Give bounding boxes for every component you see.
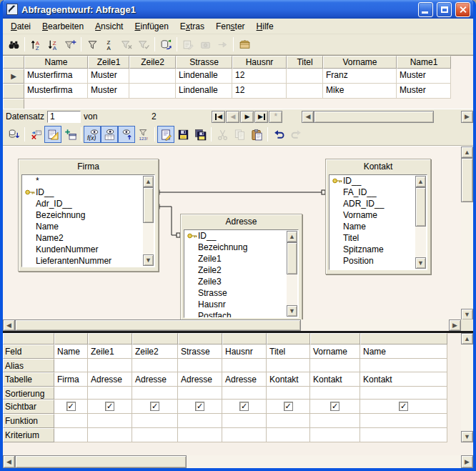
qbe-cell[interactable] [360, 414, 447, 428]
diagram-vertical-scrollbar[interactable]: ▲▼ [461, 147, 473, 319]
qbe-cell[interactable] [222, 414, 267, 428]
datasheet-cell[interactable]: Lindenalle [176, 69, 232, 84]
scroll-left-button[interactable]: ◀ [3, 319, 15, 331]
field-item[interactable]: Bezeichnung [22, 209, 154, 221]
redo-button[interactable] [287, 126, 304, 143]
row-selector[interactable] [3, 99, 24, 109]
sort-dialog-button[interactable] [101, 36, 118, 53]
visible-checkbox[interactable]: ✓ [195, 402, 204, 411]
field-item[interactable]: KundenNummer [22, 244, 154, 255]
menu-item-datei[interactable]: Datei [5, 20, 36, 33]
save-all-button[interactable] [192, 126, 209, 143]
qbe-cell[interactable]: Adresse [132, 372, 178, 387]
qbe-cell[interactable] [222, 428, 267, 442]
qbe-cell[interactable] [267, 387, 310, 400]
scroll-right-button[interactable]: ▶ [461, 455, 473, 468]
distinct-values-button[interactable] [135, 126, 152, 143]
qbe-cell[interactable] [178, 387, 222, 400]
column-header[interactable]: Titel [287, 56, 323, 69]
qbe-cell[interactable]: Zeile1 [88, 344, 132, 359]
scroll-up-button[interactable]: ▲ [143, 176, 154, 187]
column-header[interactable]: Zeile2 [129, 56, 176, 69]
visible-checkbox[interactable]: ✓ [105, 402, 114, 411]
qbe-cell[interactable]: Vorname [310, 344, 360, 359]
qbe-cell[interactable] [310, 428, 360, 442]
visible-checkbox[interactable]: ✓ [66, 402, 76, 411]
first-record-button[interactable]: ◀ [212, 111, 225, 123]
table-scrollbar[interactable]: ▲▼ [415, 176, 426, 269]
datasheet-cell[interactable]: Lindenalle [176, 84, 232, 99]
functions-button[interactable] [84, 126, 101, 143]
datasheet-cell[interactable] [287, 69, 323, 84]
scrollbar-track[interactable] [461, 344, 473, 431]
qbe-cell[interactable]: Adresse [88, 372, 132, 387]
scrollbar-track[interactable] [143, 223, 154, 254]
cut-button[interactable] [214, 126, 231, 143]
qbe-cell[interactable] [310, 359, 360, 372]
qbe-cell[interactable] [178, 428, 222, 442]
sort-ascending-button[interactable] [27, 36, 44, 53]
qbe-cell[interactable]: Zeile2 [132, 344, 178, 359]
datasheet-cell[interactable]: Musterfirma [24, 84, 88, 99]
field-item[interactable]: Adr_ID__ [22, 198, 154, 209]
qbe-cell[interactable]: ✓ [54, 400, 88, 414]
qbe-cell[interactable]: ✓ [132, 400, 178, 414]
apply-filter-button[interactable] [135, 36, 152, 53]
qbe-cell[interactable] [54, 428, 88, 442]
add-table-button[interactable] [61, 126, 79, 143]
qbe-vertical-scrollbar[interactable]: ▲▼ [461, 333, 473, 442]
row-selector[interactable] [3, 84, 24, 99]
field-item[interactable]: Bezeichnung [184, 242, 298, 253]
visible-checkbox[interactable]: ✓ [284, 402, 293, 411]
field-item[interactable]: * [22, 175, 154, 187]
qbe-cell[interactable] [178, 359, 222, 372]
qbe-cell[interactable] [178, 414, 222, 428]
row-selector[interactable]: ▶ [3, 69, 24, 84]
qbe-cell[interactable] [310, 387, 360, 400]
new-record-button[interactable]: * [269, 111, 282, 123]
qbe-cell[interactable]: Name [54, 344, 88, 359]
minimize-button[interactable] [418, 2, 433, 17]
qbe-cell[interactable] [54, 414, 88, 428]
scroll-up-button[interactable]: ▲ [461, 147, 473, 158]
datasheet-cell[interactable] [129, 69, 176, 84]
scroll-down-button[interactable]: ▼ [461, 431, 473, 442]
table-title[interactable]: Adresse [184, 214, 299, 229]
field-item[interactable]: ID__ [184, 230, 298, 242]
scroll-up-button[interactable]: ▲ [287, 231, 297, 242]
scrollbar-track[interactable] [287, 274, 297, 305]
qbe-column-header[interactable] [132, 333, 178, 344]
column-header[interactable]: Zeile1 [88, 56, 129, 69]
qbe-cell[interactable] [360, 428, 447, 442]
qbe-cell[interactable] [222, 387, 267, 400]
diagram-horizontal-scrollbar[interactable]: ◀▶ [3, 319, 473, 331]
qbe-column-header[interactable] [310, 333, 360, 344]
field-item[interactable]: Zeile1 [184, 253, 298, 264]
column-header[interactable]: Vorname [323, 56, 397, 69]
qbe-cell[interactable]: Kontakt [267, 372, 310, 387]
scrollbar-track[interactable] [187, 455, 461, 468]
scroll-up-button[interactable]: ▲ [415, 176, 426, 187]
qbe-cell[interactable]: Name [360, 344, 447, 359]
scroll-down-button[interactable]: ▼ [415, 257, 426, 269]
paste-button[interactable] [248, 126, 265, 143]
table-names-button[interactable] [101, 126, 118, 143]
qbe-cell[interactable] [54, 359, 88, 372]
menu-item-hilfe[interactable]: Hilfe [251, 20, 279, 33]
menu-item-ansicht[interactable]: Ansicht [89, 20, 129, 33]
qbe-cell[interactable] [360, 387, 447, 400]
field-item[interactable]: ID__ [22, 187, 154, 198]
scrollbar-thumb[interactable] [143, 187, 154, 223]
datasheet-cell[interactable]: Muster [88, 69, 129, 84]
diagram-table-kontakt[interactable]: KontaktID__FA_ID__ADR_ID__VornameNameTit… [325, 159, 431, 274]
qbe-cell[interactable] [54, 387, 88, 400]
datasheet-cell[interactable]: 12 [232, 69, 287, 84]
scroll-down-button[interactable]: ▼ [143, 254, 154, 266]
qbe-column-header[interactable] [360, 333, 447, 344]
scrollbar-track[interactable] [415, 227, 426, 257]
scrollbar-thumb[interactable] [415, 187, 426, 227]
sort-descending-button[interactable] [44, 36, 61, 53]
scrollbar-thumb[interactable] [461, 158, 473, 202]
table-scrollbar[interactable]: ▲▼ [143, 176, 154, 266]
qbe-cell[interactable] [132, 428, 178, 442]
